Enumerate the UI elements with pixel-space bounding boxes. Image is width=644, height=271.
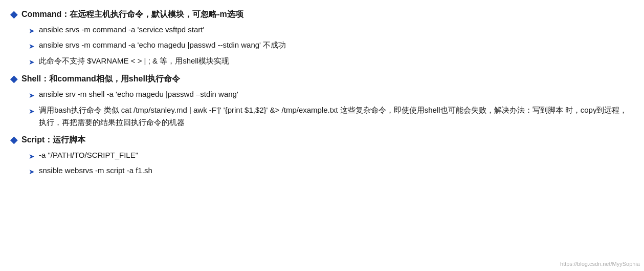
arrow-icon: ➤ [29,166,35,177]
diamond-icon: ◆ [10,73,17,85]
list-item: ➤ansible srvs -m command -a 'echo magedu… [29,39,634,52]
list-item: ➤ansible srv -m shell -a 'echo magedu |p… [29,88,634,101]
list-item: ➤snsible websrvs -m script -a f1.sh [29,164,634,177]
arrow-icon: ➤ [29,56,35,68]
list-item: ➤此命令不支持 $VARNAME < > | ; & 等，用shell模块实现 [29,55,634,68]
section-command: ◆Command：在远程主机执行命令，默认模块，可忽略-m选项➤ansible … [10,8,634,68]
arrow-icon: ➤ [29,40,35,52]
arrow-icon: ➤ [29,151,35,162]
section-title-shell: Shell：和command相似，用shell执行命令 [21,73,180,85]
list-item-text: 调用bash执行命令 类似 cat /tmp/stanley.md | awk … [39,104,634,129]
section-header-shell: ◆Shell：和command相似，用shell执行命令 [10,73,634,85]
list-item-text: ansible srvs -m command -a 'service vsft… [39,24,634,36]
section-title-script: Script：运行脚本 [21,134,85,146]
arrow-icon: ➤ [29,106,35,117]
section-header-command: ◆Command：在远程主机执行命令，默认模块，可忽略-m选项 [10,8,634,20]
arrow-icon: ➤ [29,90,35,101]
watermark: https://blog.csdn.net/MyySophia [560,261,640,267]
list-item-text: -a "/PATH/TO/SCRIPT_FILE" [39,149,634,161]
list-item: ➤-a "/PATH/TO/SCRIPT_FILE" [29,149,634,162]
list-item: ➤调用bash执行命令 类似 cat /tmp/stanley.md | awk… [29,104,634,129]
sub-items-shell: ➤ansible srv -m shell -a 'echo magedu |p… [29,88,634,128]
list-item-text: ansible srvs -m command -a 'echo magedu … [39,39,634,51]
section-shell: ◆Shell：和command相似，用shell执行命令➤ansible srv… [10,73,634,128]
diamond-icon: ◆ [10,134,17,145]
section-title-command: Command：在远程主机执行命令，默认模块，可忽略-m选项 [21,8,243,20]
list-item: ➤ansible srvs -m command -a 'service vsf… [29,24,634,36]
section-script: ◆Script：运行脚本➤-a "/PATH/TO/SCRIPT_FILE"➤s… [10,134,634,178]
sub-items-command: ➤ansible srvs -m command -a 'service vsf… [29,24,634,68]
diamond-icon: ◆ [10,9,17,20]
section-header-script: ◆Script：运行脚本 [10,134,634,146]
list-item-text: 此命令不支持 $VARNAME < > | ; & 等，用shell模块实现 [39,55,634,67]
content-area: ◆Command：在远程主机执行命令，默认模块，可忽略-m选项➤ansible … [10,8,634,177]
arrow-icon: ➤ [29,25,35,36]
list-item-text: snsible websrvs -m script -a f1.sh [39,164,634,177]
list-item-text: ansible srv -m shell -a 'echo magedu |pa… [39,88,634,100]
sub-items-script: ➤-a "/PATH/TO/SCRIPT_FILE"➤snsible websr… [29,149,634,178]
